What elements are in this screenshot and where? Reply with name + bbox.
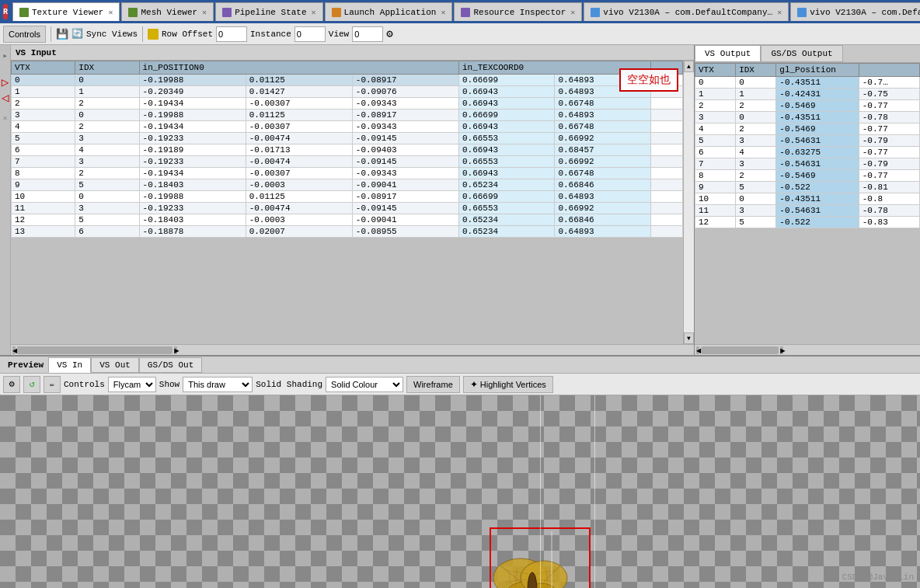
pencil-preview-btn[interactable]: ✏ (44, 376, 61, 393)
table-cell: -0.09403 (352, 144, 458, 156)
table-cell: -0.77 (859, 124, 919, 135)
tab-pipeline-state[interactable]: Pipeline State ✕ (215, 2, 322, 21)
table-cell: 12 (12, 214, 75, 226)
table-row[interactable]: 22-0.19434-0.00307-0.093430.669430.66748 (12, 98, 683, 110)
hscroll-left-btn[interactable]: ◄ (12, 346, 16, 354)
table-row[interactable]: 113-0.19233-0.00474-0.091450.665530.6699… (12, 203, 683, 214)
table-cell: 5 (12, 133, 75, 144)
output-tab-gsds[interactable]: GS/DS Output (761, 45, 842, 62)
solid-shading-label: Solid Shading (256, 380, 322, 389)
table-row[interactable]: 82-0.5469-0.77 (695, 170, 920, 182)
table-row[interactable]: 100-0.199880.01125-0.089170.666990.64893 (12, 191, 683, 203)
vs-input-scrollbar[interactable]: ▲ ▼ (683, 61, 694, 344)
tab-texture-viewer[interactable]: Texture Viewer ✕ (12, 2, 120, 21)
preview-tab-vs-in[interactable]: VS In (48, 357, 91, 373)
table-row[interactable]: 113-0.54631-0.78 (695, 205, 920, 217)
tab-resource-inspector[interactable]: Resource Inspector ✕ (454, 2, 582, 21)
tab-close-resource[interactable]: ✕ (570, 8, 575, 17)
table-row[interactable]: 95-0.522-0.81 (695, 182, 920, 193)
scroll-up-arrow[interactable]: ▲ (684, 61, 694, 72)
output-tab-vs[interactable]: VS Output (695, 45, 761, 62)
flycam-select[interactable]: Flycam (108, 377, 156, 392)
tab-label-pipeline: Pipeline State (235, 8, 306, 17)
vs-output-hscrollbar[interactable]: ◄ ► (695, 344, 920, 355)
table-row[interactable]: 73-0.19233-0.00474-0.091450.665530.66992 (12, 156, 683, 168)
table-row[interactable]: 22-0.5469-0.77 (695, 100, 920, 112)
table-cell: 0 (75, 191, 139, 203)
tab-vivo1[interactable]: vivo V2130A – com.DefaultCompany… ✕ (584, 2, 789, 21)
table-row[interactable]: 11-0.42431-0.75 (695, 89, 920, 100)
table-cell: 0.66943 (458, 144, 554, 156)
highlight-vertices-btn[interactable]: ✦ Highlight Vertices (463, 376, 553, 393)
table-cell: -0.19434 (139, 168, 246, 179)
table-row[interactable]: 00-0.199880.01125-0.089170.666990.64893 (12, 75, 683, 86)
instance-input[interactable] (294, 26, 326, 42)
table-row[interactable]: 53-0.54631-0.79 (695, 135, 920, 147)
table-row[interactable]: 100-0.43511-0.8 (695, 193, 920, 205)
table-row[interactable]: 00-0.43511-0.7… (695, 77, 920, 89)
table-row[interactable]: 30-0.199880.01125-0.089170.666990.64893 (12, 110, 683, 121)
tab-icon-mesh (128, 8, 138, 17)
table-row[interactable]: 64-0.19189-0.01713-0.094030.669430.68457 (12, 144, 683, 156)
tables-section: ▶ ▷ ◁ ✕ VS Input VTX IDX (0, 45, 920, 355)
preview-tab-gsds-label: GS/DS Out (148, 360, 193, 370)
table-cell: 5 (695, 135, 736, 147)
table-cell: 0.66699 (458, 191, 554, 203)
col-vtx: VTX (12, 61, 75, 75)
table-row[interactable]: 42-0.5469-0.77 (695, 124, 920, 135)
preview-tab-gsds[interactable]: GS/DS Out (139, 357, 202, 373)
hscroll-thumb[interactable] (17, 346, 172, 354)
tab-mesh-viewer[interactable]: Mesh Viewer ✕ (121, 2, 214, 21)
table-row[interactable]: 53-0.19233-0.00474-0.091450.665530.66992 (12, 133, 683, 144)
preview-canvas[interactable] (0, 395, 920, 588)
tab-vivo2[interactable]: vivo V2130A – com.DefaultComp… ✕ (790, 2, 920, 21)
tab-close-texture[interactable]: ✕ (108, 8, 113, 17)
table-row[interactable]: 95-0.18403-0.0003-0.090410.652340.66846 (12, 179, 683, 191)
wireframe-btn[interactable]: Wireframe (406, 376, 460, 393)
out-col-glpos2 (859, 64, 919, 77)
out-hscroll-left[interactable]: ◄ (696, 346, 699, 354)
settings-preview-btn[interactable]: ⚙ (3, 376, 20, 393)
table-cell: 0.66992 (555, 203, 650, 214)
out-hscroll-right[interactable]: ► (780, 346, 783, 354)
table-row[interactable]: 136-0.188780.02007-0.089550.652340.64893 (12, 226, 683, 238)
table-row[interactable]: 73-0.54631-0.79 (695, 158, 920, 170)
table-cell: 0.66748 (555, 121, 650, 133)
vs-input-hscrollbar[interactable]: ◄ ► (11, 344, 694, 355)
solid-colour-select[interactable]: Solid Colour (326, 377, 403, 392)
tab-close-pipeline[interactable]: ✕ (312, 8, 316, 17)
table-cell: 3 (736, 158, 776, 170)
table-row[interactable]: 125-0.18403-0.0003-0.090410.652340.66846 (12, 214, 683, 226)
arrow-right-icon[interactable]: ▷ (2, 75, 9, 90)
controls-button[interactable]: Controls (3, 26, 46, 43)
tab-close-vivo1[interactable]: ✕ (777, 8, 782, 17)
vs-output-table-wrap[interactable]: VTX IDX gl_Position 00-0.43511-0.7…11-0.… (695, 63, 920, 344)
scroll-down-arrow[interactable]: ▼ (684, 332, 694, 344)
tab-launch-app[interactable]: Launch Application ✕ (325, 2, 453, 21)
tab-close-mesh[interactable]: ✕ (202, 8, 207, 17)
table-row[interactable]: 125-0.522-0.83 (695, 217, 920, 228)
table-cell: -0.5469 (776, 100, 859, 112)
preview-tab-vs-out[interactable]: VS Out (91, 357, 139, 373)
arrow-left-icon[interactable]: ◁ (2, 90, 9, 106)
table-row[interactable]: 64-0.63275-0.77 (695, 147, 920, 158)
table-cell: -0.19233 (139, 133, 246, 144)
table-row[interactable]: 11-0.203490.01427-0.090760.669430.64893 (12, 86, 683, 98)
scroll-track[interactable] (684, 72, 694, 332)
table-row[interactable]: 42-0.19434-0.00307-0.093430.669430.66748 (12, 121, 683, 133)
table-row[interactable]: 82-0.19434-0.00307-0.093430.669430.66748 (12, 168, 683, 179)
out-hscroll-thumb[interactable] (701, 346, 779, 354)
vs-input-table-wrap[interactable]: VTX IDX in_POSITION0 in_TEXCOORD0 00-0.1… (11, 61, 683, 344)
view-input[interactable] (352, 26, 383, 42)
table-cell: -0.18403 (139, 179, 246, 191)
show-draw-select[interactable]: This draw (183, 377, 253, 392)
table-row[interactable]: 30-0.43511-0.78 (695, 112, 920, 124)
settings-icon[interactable]: ⚙ (386, 27, 392, 40)
hscroll-right-btn[interactable]: ► (174, 346, 177, 354)
tab-close-launch[interactable]: ✕ (441, 8, 445, 17)
table-cell: 4 (695, 124, 736, 135)
col-empty (650, 61, 682, 75)
refresh-preview-btn[interactable]: ↺ (23, 376, 40, 393)
table-cell: -0.19988 (139, 75, 246, 86)
row-offset-input[interactable] (216, 26, 247, 42)
